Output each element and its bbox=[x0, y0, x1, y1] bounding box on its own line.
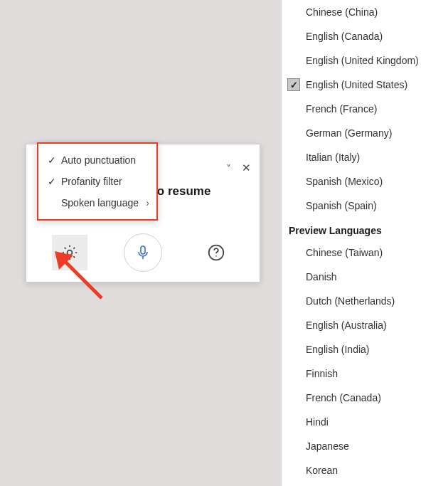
language-label: Hindi bbox=[306, 416, 329, 428]
language-option[interactable]: German (Germany) bbox=[282, 121, 448, 145]
help-icon bbox=[207, 243, 225, 262]
language-option[interactable]: English (Canada) bbox=[282, 24, 448, 48]
language-option-selected[interactable]: English (United States) bbox=[282, 73, 448, 97]
microphone-icon bbox=[134, 244, 151, 261]
checkbox-icon bbox=[287, 199, 300, 212]
svg-point-0 bbox=[67, 250, 72, 255]
menu-item-profanity-filter[interactable]: ✓ Profanity filter bbox=[38, 171, 156, 192]
preview-languages-header: Preview Languages bbox=[282, 218, 448, 241]
gear-icon bbox=[60, 243, 79, 262]
language-option[interactable]: English (United Kingdom) bbox=[282, 48, 448, 73]
language-option[interactable]: Finnish bbox=[282, 361, 448, 386]
language-option[interactable]: Spanish (Spain) bbox=[282, 194, 448, 218]
collapse-icon[interactable]: ˅ bbox=[226, 163, 231, 174]
checkbox-icon bbox=[287, 464, 300, 477]
language-label: English (United States) bbox=[306, 79, 407, 90]
language-option[interactable]: French (France) bbox=[282, 97, 448, 121]
language-label: English (India) bbox=[306, 344, 370, 355]
language-label: Italian (Italy) bbox=[306, 152, 360, 163]
language-option[interactable]: Chinese (China) bbox=[282, 0, 448, 24]
chevron-right-icon: › bbox=[146, 197, 149, 208]
checkbox-icon bbox=[287, 175, 300, 188]
language-label: Chinese (Taiwan) bbox=[306, 247, 383, 258]
language-label: Korean bbox=[306, 465, 338, 476]
language-label: Dutch (Netherlands) bbox=[306, 295, 395, 307]
menu-item-label: Spoken language bbox=[61, 197, 146, 208]
checkbox-icon bbox=[287, 6, 300, 19]
language-label: English (United Kingdom) bbox=[306, 55, 419, 66]
language-option[interactable]: English (Australia) bbox=[282, 313, 448, 337]
language-panel: Chinese (China) English (Canada) English… bbox=[281, 0, 448, 486]
language-label: English (Australia) bbox=[306, 319, 387, 331]
checkbox-icon bbox=[287, 54, 300, 67]
checkbox-icon bbox=[287, 30, 300, 43]
language-label: Spanish (Spain) bbox=[306, 200, 377, 211]
language-label: Spanish (Mexico) bbox=[306, 176, 383, 187]
checkbox-icon bbox=[287, 343, 300, 356]
microphone-button[interactable] bbox=[124, 233, 162, 272]
language-label: Chinese (China) bbox=[306, 6, 378, 18]
language-label: Finnish bbox=[306, 368, 338, 379]
language-option[interactable]: Chinese (Taiwan) bbox=[282, 241, 448, 265]
language-option[interactable]: Korean bbox=[282, 458, 448, 482]
language-option[interactable]: Hindi bbox=[282, 410, 448, 434]
language-scroll[interactable]: Chinese (China) English (Canada) English… bbox=[282, 0, 448, 486]
language-label: German (Germany) bbox=[306, 127, 392, 139]
language-option[interactable]: Japanese bbox=[282, 434, 448, 458]
language-option[interactable]: Spanish (Mexico) bbox=[282, 169, 448, 194]
language-option[interactable]: Italian (Italy) bbox=[282, 145, 448, 169]
close-icon[interactable]: ✕ bbox=[242, 162, 251, 174]
dictation-toolbar bbox=[26, 233, 260, 272]
checkbox-icon bbox=[287, 319, 300, 332]
language-option[interactable]: Dutch (Netherlands) bbox=[282, 289, 448, 313]
checkbox-checked-icon bbox=[287, 78, 300, 91]
language-label: Danish bbox=[306, 271, 337, 282]
checkmark-icon: ✓ bbox=[46, 176, 58, 187]
language-label: French (Canada) bbox=[306, 392, 381, 403]
svg-rect-1 bbox=[141, 246, 145, 254]
checkbox-icon bbox=[287, 295, 300, 307]
language-label: English (Canada) bbox=[306, 31, 383, 42]
checkbox-icon bbox=[287, 416, 300, 428]
svg-point-3 bbox=[216, 255, 218, 257]
menu-item-label: Auto punctuation bbox=[61, 154, 149, 166]
checkbox-icon bbox=[287, 270, 300, 283]
language-option[interactable]: English (India) bbox=[282, 337, 448, 361]
menu-item-label: Profanity filter bbox=[61, 176, 149, 187]
language-option[interactable]: Danish bbox=[282, 265, 448, 289]
checkbox-icon bbox=[287, 102, 300, 115]
menu-item-auto-punctuation[interactable]: ✓ Auto punctuation bbox=[38, 149, 156, 171]
settings-button[interactable] bbox=[52, 235, 87, 270]
checkbox-icon bbox=[287, 367, 300, 380]
checkbox-icon bbox=[287, 246, 300, 259]
checkbox-icon bbox=[287, 151, 300, 164]
help-button[interactable] bbox=[198, 235, 234, 270]
checkbox-icon bbox=[287, 127, 300, 139]
language-option[interactable]: French (Canada) bbox=[282, 386, 448, 410]
menu-item-spoken-language[interactable]: Spoken language › bbox=[38, 192, 156, 213]
language-label: French (France) bbox=[306, 103, 377, 115]
settings-menu: ✓ Auto punctuation ✓ Profanity filter Sp… bbox=[37, 142, 158, 221]
checkbox-icon bbox=[287, 440, 300, 453]
checkmark-icon: ✓ bbox=[46, 154, 58, 166]
checkbox-icon bbox=[287, 391, 300, 404]
language-label: Japanese bbox=[306, 440, 349, 452]
